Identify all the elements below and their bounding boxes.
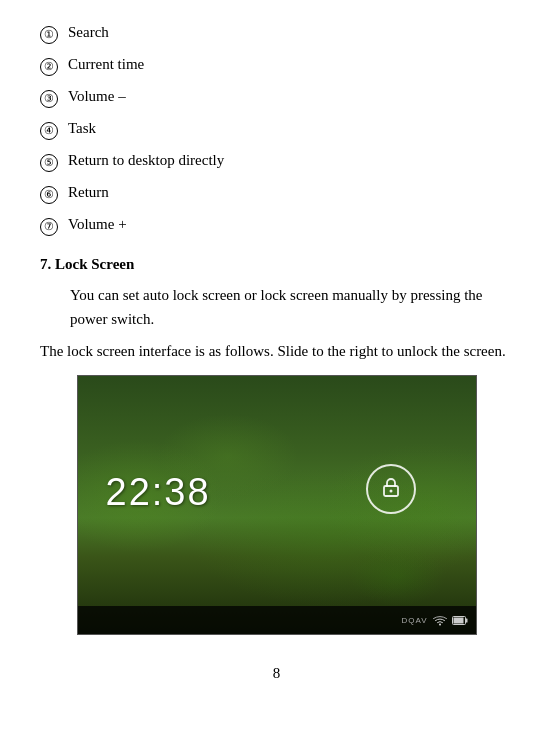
- numbered-list: ① Search ② Current time ③ Volume – ④ Tas…: [40, 20, 513, 236]
- list-label-5: Return to desktop directly: [68, 148, 224, 172]
- ls-lock-circle: [366, 464, 416, 514]
- list-label-4: Task: [68, 116, 96, 140]
- svg-point-2: [439, 623, 441, 625]
- list-label-1: Search: [68, 20, 109, 44]
- page-number: 8: [40, 665, 513, 682]
- circle-num-4: ④: [40, 122, 58, 140]
- circle-num-2: ②: [40, 58, 58, 76]
- section-7-body1: You can set auto lock screen or lock scr…: [70, 283, 513, 331]
- battery-icon: [452, 616, 468, 625]
- list-label-2: Current time: [68, 52, 144, 76]
- section-7-title: 7. Lock Screen: [40, 256, 513, 273]
- list-item-6: ⑥ Return: [40, 180, 513, 204]
- ls-dqav-text: DQAV: [401, 616, 427, 625]
- list-item-3: ③ Volume –: [40, 84, 513, 108]
- lock-screen-wrapper: 22:38 DQAV: [40, 375, 513, 635]
- circle-num-6: ⑥: [40, 186, 58, 204]
- circle-num-5: ⑤: [40, 154, 58, 172]
- list-item-1: ① Search: [40, 20, 513, 44]
- circle-num-7: ⑦: [40, 218, 58, 236]
- list-item-2: ② Current time: [40, 52, 513, 76]
- ls-time-display: 22:38: [106, 471, 211, 514]
- lock-icon: [381, 476, 401, 503]
- lock-screen-image: 22:38 DQAV: [77, 375, 477, 635]
- wifi-icon: [433, 615, 447, 626]
- list-item-7: ⑦ Volume +: [40, 212, 513, 236]
- ls-status-bar: DQAV: [78, 606, 476, 634]
- list-label-6: Return: [68, 180, 109, 204]
- circle-num-1: ①: [40, 26, 58, 44]
- section-7: 7. Lock Screen You can set auto lock scr…: [40, 256, 513, 635]
- circle-num-3: ③: [40, 90, 58, 108]
- svg-point-1: [389, 489, 392, 492]
- svg-rect-5: [465, 618, 467, 622]
- svg-rect-4: [453, 617, 463, 623]
- section-7-body2: The lock screen interface is as follows.…: [40, 339, 513, 363]
- list-label-3: Volume –: [68, 84, 126, 108]
- list-label-7: Volume +: [68, 212, 127, 236]
- list-item-4: ④ Task: [40, 116, 513, 140]
- list-item-5: ⑤ Return to desktop directly: [40, 148, 513, 172]
